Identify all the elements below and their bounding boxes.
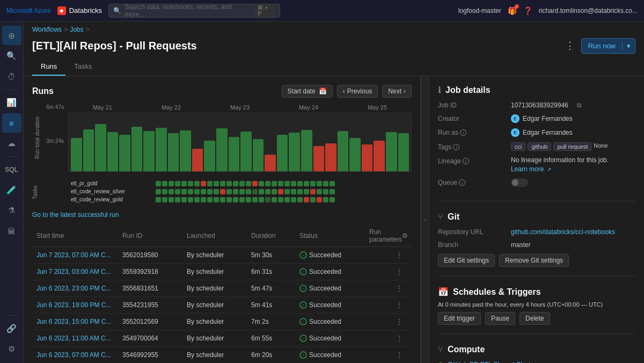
tab-runs[interactable]: Runs [32, 58, 65, 76]
chart-bar[interactable] [398, 133, 409, 171]
task-dot[interactable] [207, 181, 213, 186]
task-dot[interactable] [201, 197, 206, 202]
task-dot[interactable] [175, 181, 180, 186]
col-settings-icon[interactable]: ⚙ [402, 232, 418, 239]
sidebar-item-data[interactable]: 📊 [2, 93, 21, 112]
tag-pull-request[interactable]: pull request [553, 142, 591, 151]
task-dot[interactable] [162, 189, 167, 194]
start-date-button[interactable]: Start date 📅 [282, 85, 333, 98]
chart-bar[interactable] [313, 146, 325, 171]
task-dot[interactable] [194, 197, 200, 202]
pause-button[interactable]: Pause [485, 312, 515, 325]
sidebar-item-home[interactable]: ⊕ [2, 26, 21, 45]
task-dot[interactable] [265, 197, 270, 202]
task-dot[interactable] [156, 181, 161, 186]
queue-toggle[interactable] [511, 178, 528, 187]
task-dot[interactable] [246, 181, 251, 186]
chart-bar[interactable] [349, 138, 361, 171]
task-dot[interactable] [291, 197, 296, 202]
chart-bar[interactable] [229, 137, 240, 171]
task-dot[interactable] [226, 189, 232, 194]
cell-start[interactable]: Jun 6 2023, 23:00 PM C... [36, 285, 122, 292]
task-dot[interactable] [317, 181, 322, 186]
gift-icon[interactable]: 🎁1 [508, 6, 517, 15]
task-dot[interactable] [188, 181, 193, 186]
task-dot[interactable] [330, 189, 335, 194]
task-dot[interactable] [175, 197, 180, 202]
task-dot[interactable] [297, 197, 303, 202]
cell-start[interactable]: Jun 6 2023, 11:00 AM C... [36, 335, 122, 342]
chart-bar[interactable] [301, 130, 312, 171]
panel-collapse[interactable]: › [421, 76, 429, 363]
cell-more[interactable]: ⋮ [391, 268, 407, 275]
chart-bar[interactable] [119, 135, 130, 171]
task-dot[interactable] [272, 197, 277, 202]
task-dot[interactable] [188, 189, 193, 194]
task-dot[interactable] [233, 197, 238, 202]
run-now-button[interactable]: Run now ▾ [581, 38, 635, 54]
chart-bar[interactable] [325, 143, 336, 171]
chart-bar[interactable] [362, 144, 373, 171]
chart-bar[interactable] [374, 141, 385, 171]
cell-start[interactable]: Jun 6 2023, 19:00 PM C... [36, 301, 122, 309]
chart-bar[interactable] [265, 155, 276, 171]
copy-icon[interactable]: ⧉ [577, 101, 582, 109]
cell-more[interactable]: ⋮ [391, 301, 407, 309]
chart-bar[interactable] [338, 131, 349, 171]
sidebar-item-settings[interactable]: ⚙ [2, 339, 21, 359]
cell-start[interactable]: Jun 6 2023, 07:00 AM C... [36, 351, 122, 359]
task-dot[interactable] [233, 181, 238, 186]
help-icon[interactable]: ❓ [523, 6, 532, 15]
task-dot[interactable] [220, 197, 225, 202]
edit-git-settings-button[interactable]: Edit Git settings [438, 254, 495, 267]
task-dot[interactable] [214, 181, 219, 186]
search-bar[interactable]: 🔍 Search data, notebooks, recents, and m… [108, 4, 280, 18]
task-dot[interactable] [194, 181, 200, 186]
cell-more[interactable]: ⋮ [391, 335, 407, 342]
cell-more[interactable]: ⋮ [391, 285, 407, 292]
edit-trigger-button[interactable]: Edit trigger [438, 312, 481, 325]
compute-name[interactable]: GitHub PR ETL Shared Cluster [448, 361, 635, 363]
chart-bar[interactable] [143, 131, 155, 171]
task-dot[interactable] [214, 189, 219, 194]
chart-bar[interactable] [253, 139, 264, 171]
task-dot[interactable] [226, 197, 232, 202]
chart-bar[interactable] [277, 135, 288, 171]
cell-start[interactable]: Jun 7 2023, 03:00 AM C... [36, 268, 122, 275]
task-dot[interactable] [278, 189, 283, 194]
chart-bar[interactable] [240, 132, 252, 171]
task-dot[interactable] [291, 181, 296, 186]
task-dot[interactable] [252, 181, 258, 186]
task-dot[interactable] [220, 189, 225, 194]
task-dot[interactable] [323, 181, 328, 186]
task-dot[interactable] [239, 189, 245, 194]
sidebar-item-ml[interactable]: 🧪 [2, 180, 21, 200]
task-dot[interactable] [207, 189, 213, 194]
task-dot[interactable] [214, 197, 219, 202]
task-dot[interactable] [246, 197, 251, 202]
task-dot[interactable] [181, 197, 187, 202]
task-dot[interactable] [323, 197, 328, 202]
task-dot[interactable] [201, 181, 206, 186]
task-dot[interactable] [252, 197, 258, 202]
task-dot[interactable] [169, 197, 174, 202]
task-dot[interactable] [284, 189, 290, 194]
task-dot[interactable] [252, 189, 258, 194]
task-dot[interactable] [233, 189, 238, 194]
chart-bar[interactable] [131, 127, 143, 171]
task-dot[interactable] [265, 181, 270, 186]
task-dot[interactable] [194, 189, 200, 194]
task-dot[interactable] [272, 181, 277, 186]
task-dot[interactable] [259, 181, 264, 186]
remove-git-settings-button[interactable]: Remove Git settings [499, 254, 569, 267]
chart-bar[interactable] [83, 129, 94, 171]
task-dot[interactable] [169, 189, 174, 194]
previous-button[interactable]: ‹ Previous [337, 85, 378, 98]
task-dot[interactable] [304, 189, 309, 194]
sidebar-item-search[interactable]: 🔍 [2, 46, 21, 66]
task-dot[interactable] [162, 181, 167, 186]
sidebar-item-experiments[interactable]: ⚗ [2, 201, 21, 220]
run-as-info-icon[interactable]: i [460, 129, 466, 136]
task-dot[interactable] [188, 197, 193, 202]
task-dot[interactable] [175, 189, 180, 194]
